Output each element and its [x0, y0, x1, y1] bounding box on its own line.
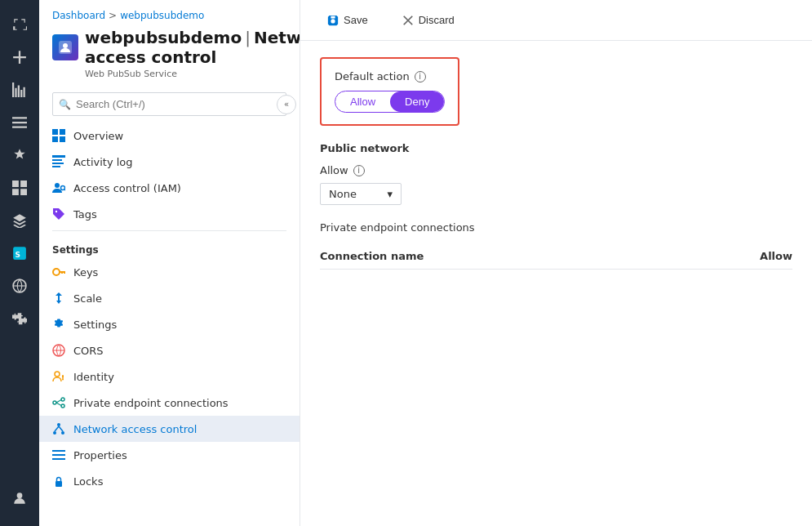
sidebar: Dashboard > webpubsubdemo webpubsubdemo|…	[39, 0, 300, 526]
page-title-row: webpubsubdemo|Network access control ···	[52, 28, 286, 67]
discard-button[interactable]: Discard	[392, 8, 465, 32]
sidebar-item-locks[interactable]: Locks	[39, 468, 300, 494]
svg-rect-36	[52, 458, 65, 460]
save-label: Save	[344, 14, 368, 26]
sql-icon[interactable]: S	[3, 238, 36, 268]
svg-point-23	[55, 372, 60, 377]
sidebar-item-settings[interactable]: Settings	[39, 311, 300, 337]
settings-section-header: Settings	[39, 234, 300, 259]
settings-icon	[52, 318, 65, 331]
svg-rect-11	[52, 159, 62, 161]
svg-rect-8	[52, 136, 58, 142]
network-access-icon	[52, 422, 65, 435]
collapse-sidebar-button[interactable]: «	[277, 95, 296, 114]
table-header: Connection name Allow	[320, 243, 792, 270]
identity-label: Identity	[73, 371, 114, 383]
activity-log-label: Activity log	[73, 156, 133, 168]
private-ep-icon	[52, 396, 65, 409]
sidebar-header: Dashboard > webpubsubdemo webpubsubdemo|…	[39, 0, 300, 86]
svg-rect-12	[52, 163, 64, 164]
default-action-info-icon[interactable]: i	[415, 71, 426, 82]
svg-line-27	[56, 400, 61, 403]
sidebar-item-tags[interactable]: Tags	[39, 201, 300, 227]
svg-point-15	[61, 186, 65, 190]
svg-point-24	[53, 401, 56, 404]
svg-line-16	[64, 189, 65, 190]
page-icon	[52, 34, 78, 60]
search-container: 🔍 «	[52, 92, 286, 116]
svg-rect-10	[52, 155, 65, 158]
sidebar-item-activity-log[interactable]: Activity log	[39, 149, 300, 175]
sidebar-item-network-access[interactable]: Network access control	[39, 416, 300, 442]
svg-text:S: S	[15, 251, 20, 259]
save-button[interactable]: Save	[317, 8, 379, 32]
breadcrumb-dashboard[interactable]: Dashboard	[52, 10, 105, 21]
sidebar-item-keys[interactable]: Keys	[39, 259, 300, 285]
svg-line-33	[59, 426, 63, 431]
sidebar-item-properties[interactable]: Properties	[39, 442, 300, 468]
breadcrumb: Dashboard > webpubsubdemo	[52, 10, 286, 21]
sidebar-item-access-control[interactable]: Access control (IAM)	[39, 175, 300, 201]
svg-point-30	[53, 431, 56, 435]
activity-log-icon	[52, 155, 65, 168]
svg-rect-35	[52, 454, 65, 456]
save-icon	[327, 15, 339, 26]
breadcrumb-resource[interactable]: webpubsubdemo	[120, 10, 204, 21]
svg-point-3	[17, 493, 23, 498]
svg-rect-9	[60, 136, 65, 142]
grid-icon[interactable]	[3, 173, 36, 203]
toolbar: Save Discard	[300, 0, 812, 41]
sidebar-item-overview[interactable]: Overview	[39, 123, 300, 149]
icon-bar: S	[0, 0, 39, 526]
overview-label: Overview	[73, 130, 123, 142]
allow-info-icon[interactable]: i	[353, 165, 365, 176]
sidebar-item-scale[interactable]: Scale	[39, 285, 300, 311]
cors-icon	[52, 344, 65, 357]
svg-rect-6	[52, 129, 58, 135]
page-title: webpubsubdemo|Network access control	[85, 28, 300, 67]
chart-icon[interactable]	[3, 75, 36, 105]
keys-icon	[52, 265, 65, 279]
breadcrumb-separator: >	[109, 10, 117, 21]
layers-icon[interactable]	[3, 206, 36, 235]
svg-point-29	[57, 423, 60, 426]
sidebar-nav: Overview Activity log Access control (IA…	[39, 123, 300, 526]
list-icon[interactable]	[3, 108, 36, 137]
svg-rect-20	[64, 271, 65, 274]
star-icon[interactable]	[3, 140, 36, 170]
default-action-title: Default action i	[335, 70, 445, 82]
settings-divider	[52, 230, 286, 231]
allow-button[interactable]: Allow	[335, 91, 390, 112]
user-icon[interactable]	[3, 484, 36, 513]
search-icon: 🔍	[59, 99, 71, 110]
locks-icon	[52, 475, 65, 488]
deny-button[interactable]: Deny	[390, 91, 444, 112]
svg-rect-21	[61, 271, 63, 274]
settings-label: Settings	[73, 319, 117, 331]
properties-icon	[52, 448, 65, 461]
sidebar-item-private-ep[interactable]: Private endpoint connections	[39, 390, 300, 416]
default-action-label: Default action	[335, 70, 410, 82]
globe-icon[interactable]	[3, 271, 36, 301]
expand-icon[interactable]	[3, 10, 36, 39]
locks-label: Locks	[73, 475, 103, 488]
tags-icon	[52, 207, 65, 221]
plus-icon[interactable]	[3, 42, 36, 72]
network-access-label: Network access control	[73, 423, 197, 435]
svg-point-31	[61, 431, 64, 435]
svg-point-18	[53, 269, 60, 275]
cors-label: CORS	[73, 345, 104, 357]
svg-line-32	[55, 426, 59, 431]
sidebar-item-identity[interactable]: Identity	[39, 363, 300, 390]
svg-rect-7	[60, 129, 65, 135]
main-content: Save Discard Default action i Allow Deny…	[300, 0, 812, 526]
tags-label: Tags	[73, 208, 97, 221]
access-control-label: Access control (IAM)	[73, 182, 181, 194]
default-action-box: Default action i Allow Deny	[320, 57, 459, 126]
puzzle-icon[interactable]	[3, 304, 36, 333]
discard-label: Discard	[419, 14, 455, 26]
svg-point-14	[55, 183, 60, 188]
search-input[interactable]	[52, 92, 286, 116]
none-dropdown[interactable]: None ▾	[320, 183, 402, 205]
sidebar-item-cors[interactable]: CORS	[39, 337, 300, 363]
